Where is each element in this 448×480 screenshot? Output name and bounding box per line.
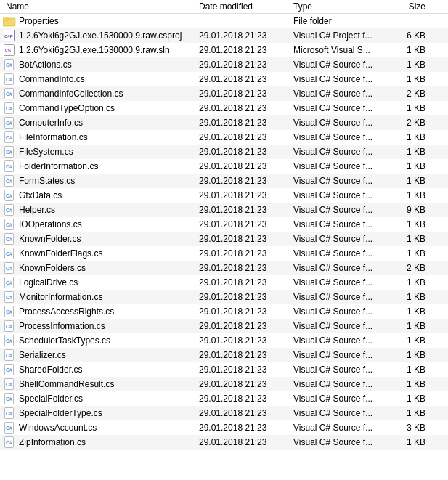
file-name-cell: C# CommandTypeOption.cs xyxy=(3,102,199,114)
table-row[interactable]: C# ZipInformation.cs29.01.2018 21:23Visu… xyxy=(0,435,448,450)
table-row[interactable]: C# SchedulerTaskTypes.cs29.01.2018 21:23… xyxy=(0,333,448,348)
svg-rect-2 xyxy=(3,17,7,19)
csproj-file-icon: C#P xyxy=(3,30,16,41)
table-row[interactable]: C# CommandInfo.cs29.01.2018 21:23Visual … xyxy=(0,72,448,86)
cs-file-icon: C# xyxy=(3,407,16,419)
file-type-cell: Visual C# Source f... xyxy=(293,74,388,84)
file-type-cell: Visual C# Source f... xyxy=(293,394,388,404)
file-type-cell: Visual C# Source f... xyxy=(293,365,388,375)
table-row[interactable]: C# KnownFolderFlags.cs29.01.2018 21:23Vi… xyxy=(0,246,448,261)
file-date-cell: 29.01.2018 21:23 xyxy=(199,394,293,404)
file-date-cell: 29.01.2018 21:23 xyxy=(199,248,293,259)
table-row[interactable]: C# BotActions.cs29.01.2018 21:23Visual C… xyxy=(0,57,448,72)
file-date-cell: 29.01.2018 21:23 xyxy=(199,379,293,389)
file-name-text: ProcessAccessRights.cs xyxy=(19,306,114,317)
table-row[interactable]: C# WindowsAccount.cs29.01.2018 21:23Visu… xyxy=(0,420,448,435)
file-size-cell: 1 KB xyxy=(388,176,431,186)
file-size-cell: 1 KB xyxy=(388,277,431,288)
file-name-cell: C# ProcessInformation.cs xyxy=(3,320,199,332)
cs-file-icon: C# xyxy=(3,146,16,158)
file-name-text: GfxData.cs xyxy=(19,190,62,200)
svg-text:C#: C# xyxy=(6,367,12,373)
table-row[interactable]: PropertiesFile folder xyxy=(0,14,448,28)
table-row[interactable]: C#P 1.2.6Yoki6g2GJ.exe.1530000.9.raw.csp… xyxy=(0,28,448,43)
file-size-cell: 2 KB xyxy=(388,263,431,273)
table-row[interactable]: C# IOOperations.cs29.01.2018 21:23Visual… xyxy=(0,217,448,232)
table-row[interactable]: C# SharedFolder.cs29.01.2018 21:23Visual… xyxy=(0,362,448,377)
file-date-cell: 29.01.2018 21:23 xyxy=(199,321,293,331)
header-type[interactable]: Type xyxy=(293,1,388,12)
file-date-cell: 29.01.2018 21:23 xyxy=(199,350,293,360)
file-size-cell: 1 KB xyxy=(388,321,431,331)
file-date-cell: 29.01.2018 21:23 xyxy=(199,60,293,70)
table-row[interactable]: VS 1.2.6Yoki6g2GJ.exe.1530000.9.raw.sln2… xyxy=(0,43,448,57)
svg-text:C#: C# xyxy=(6,396,12,402)
svg-text:C#: C# xyxy=(6,91,12,97)
file-name-cell: C# Serializer.cs xyxy=(3,349,199,361)
header-size[interactable]: Size xyxy=(388,1,431,12)
file-size-cell: 6 KB xyxy=(388,30,431,41)
file-date-cell: 29.01.2018 21:23 xyxy=(199,292,293,302)
file-size-cell: 1 KB xyxy=(388,437,431,447)
table-row[interactable]: C# GfxData.cs29.01.2018 21:23Visual C# S… xyxy=(0,188,448,203)
table-row[interactable]: C# ProcessAccessRights.cs29.01.2018 21:2… xyxy=(0,304,448,319)
cs-file-icon: C# xyxy=(3,378,16,390)
file-size-cell: 1 KB xyxy=(388,147,431,157)
file-name-cell: C# IOOperations.cs xyxy=(3,219,199,230)
file-name-cell: C# FileSystem.cs xyxy=(3,146,199,158)
cs-file-icon: C# xyxy=(3,190,16,201)
file-name-text: IOOperations.cs xyxy=(19,219,82,229)
table-row[interactable]: C# CommandTypeOption.cs29.01.2018 21:23V… xyxy=(0,101,448,115)
table-row[interactable]: C# KnownFolder.cs29.01.2018 21:23Visual … xyxy=(0,232,448,246)
cs-file-icon: C# xyxy=(3,102,16,114)
file-type-cell: Visual C# Source f... xyxy=(293,335,388,346)
table-row[interactable]: C# Serializer.cs29.01.2018 21:23Visual C… xyxy=(0,348,448,362)
file-name-cell: C# WindowsAccount.cs xyxy=(3,422,199,434)
table-row[interactable]: C# Helper.cs29.01.2018 21:23Visual C# So… xyxy=(0,203,448,217)
table-row[interactable]: C# ProcessInformation.cs29.01.2018 21:23… xyxy=(0,319,448,333)
file-name-text: ProcessInformation.cs xyxy=(19,321,105,331)
file-size-cell: 1 KB xyxy=(388,335,431,346)
table-row[interactable]: C# FolderInformation.cs29.01.2018 21:23V… xyxy=(0,159,448,174)
table-row[interactable]: C# FormStates.cs29.01.2018 21:23Visual C… xyxy=(0,174,448,188)
table-row[interactable]: C# ShellCommandResult.cs29.01.2018 21:23… xyxy=(0,377,448,391)
file-name-text: ShellCommandResult.cs xyxy=(19,379,114,389)
file-date-cell: 29.01.2018 21:23 xyxy=(199,219,293,229)
column-headers[interactable]: Name Date modified Type Size xyxy=(0,0,448,14)
table-row[interactable]: C# MonitorInformation.cs29.01.2018 21:23… xyxy=(0,290,448,304)
file-type-cell: Visual C# Source f... xyxy=(293,423,388,433)
table-row[interactable]: C# SpecialFolder.cs29.01.2018 21:23Visua… xyxy=(0,391,448,406)
file-size-cell: 1 KB xyxy=(388,190,431,200)
file-size-cell: 1 KB xyxy=(388,234,431,244)
table-row[interactable]: C# FileInformation.cs29.01.2018 21:23Vis… xyxy=(0,130,448,145)
svg-text:C#: C# xyxy=(6,179,12,184)
file-date-cell: 29.01.2018 21:23 xyxy=(199,30,293,41)
cs-file-icon: C# xyxy=(3,320,16,332)
file-type-cell: Visual C# Source f... xyxy=(293,161,388,171)
svg-text:C#: C# xyxy=(6,411,12,416)
file-rows-container: PropertiesFile folder C#P 1.2.6Yoki6g2GJ… xyxy=(0,14,448,450)
table-row[interactable]: C# ComputerInfo.cs29.01.2018 21:23Visual… xyxy=(0,115,448,130)
header-date[interactable]: Date modified xyxy=(199,1,293,12)
cs-file-icon: C# xyxy=(3,59,16,70)
cs-file-icon: C# xyxy=(3,393,16,404)
file-name-text: SchedulerTaskTypes.cs xyxy=(19,335,110,346)
file-name-text: MonitorInformation.cs xyxy=(19,292,102,302)
file-type-cell: Visual C# Source f... xyxy=(293,176,388,186)
table-row[interactable]: C# LogicalDrive.cs29.01.2018 21:23Visual… xyxy=(0,275,448,290)
table-row[interactable]: C# SpecialFolderType.cs29.01.2018 21:23V… xyxy=(0,406,448,420)
file-size-cell: 1 KB xyxy=(388,248,431,259)
cs-file-icon: C# xyxy=(3,436,16,448)
table-row[interactable]: C# CommandInfoCollection.cs29.01.2018 21… xyxy=(0,86,448,101)
file-date-cell: 29.01.2018 21:23 xyxy=(199,365,293,375)
file-name-cell: C# FormStates.cs xyxy=(3,175,199,187)
table-row[interactable]: C# KnownFolders.cs29.01.2018 21:23Visual… xyxy=(0,261,448,275)
table-row[interactable]: C# FileSystem.cs29.01.2018 21:23Visual C… xyxy=(0,145,448,159)
file-name-cell: C# ComputerInfo.cs xyxy=(3,117,199,129)
file-name-text: LogicalDrive.cs xyxy=(19,277,78,288)
header-name[interactable]: Name xyxy=(3,1,199,12)
file-type-cell: Visual C# Source f... xyxy=(293,89,388,99)
file-type-cell: Visual C# Source f... xyxy=(293,350,388,360)
cs-file-icon: C# xyxy=(3,422,16,434)
file-name-text: FormStates.cs xyxy=(19,176,75,186)
